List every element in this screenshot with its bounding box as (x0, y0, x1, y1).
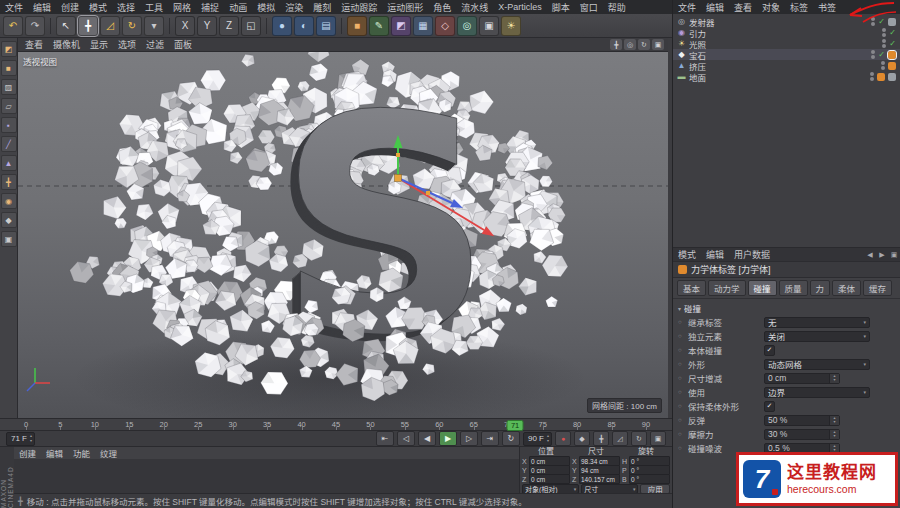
visibility-dots-5[interactable] (870, 72, 874, 81)
attr-select-0[interactable]: 无▾ (764, 317, 870, 328)
attribute-section-header[interactable]: ▾ 碰撞 (673, 299, 900, 315)
coord-field-0-2[interactable]: 0 cm (529, 474, 570, 484)
attribute-tab-3[interactable]: 质量 (779, 280, 808, 296)
attr-anim-dot-3[interactable]: ○ (678, 361, 684, 367)
object-tag-5-1[interactable] (888, 73, 896, 81)
viewport-menu-2[interactable]: 显示 (85, 38, 113, 51)
main-menu-10[interactable]: 渲染 (280, 0, 308, 14)
axis-z-icon[interactable]: Z (219, 16, 239, 36)
attr-anim-dot-9[interactable]: ○ (678, 445, 684, 451)
material-menu-3[interactable]: 纹理 (95, 447, 122, 459)
goto-end-button[interactable]: ⇥ (481, 431, 499, 446)
polygon-mode-icon[interactable]: ▲ (1, 155, 17, 171)
main-menu-0[interactable]: 文件 (0, 0, 28, 14)
end-frame-field-stepper[interactable]: ▴▾ (547, 434, 549, 443)
viewport-menu-1[interactable]: 摄像机 (48, 38, 85, 51)
main-menu-16[interactable]: X-Particles (493, 0, 547, 14)
attr-anim-dot-6[interactable]: ○ (678, 403, 684, 409)
visibility-dot-bottom-0[interactable] (871, 22, 875, 26)
point-mode-icon[interactable]: ▪ (1, 117, 17, 133)
render-view-icon[interactable]: ● (272, 16, 292, 36)
attr-stepper-7[interactable]: ▴▾ (829, 416, 839, 425)
main-menu-7[interactable]: 捕捉 (196, 0, 224, 14)
attr-anim-dot-1[interactable]: ○ (678, 333, 684, 339)
main-menu-8[interactable]: 动画 (224, 0, 252, 14)
main-menu-4[interactable]: 选择 (112, 0, 140, 14)
attr-anim-dot-5[interactable]: ○ (678, 389, 684, 395)
object-row-0[interactable]: ◎发射器✓ (673, 16, 900, 27)
camera-zoom-icon[interactable]: ◎ (624, 39, 636, 50)
object-row-5[interactable]: ▬地面 (673, 71, 900, 82)
redo-icon[interactable]: ↷ (25, 16, 45, 36)
object-manager-menu-2[interactable]: 查看 (729, 0, 757, 14)
enabled-check-2[interactable]: ✓ (889, 39, 896, 48)
spline-pen-icon[interactable]: ✎ (369, 16, 389, 36)
visibility-dots-1[interactable] (882, 28, 886, 37)
undo-icon[interactable]: ↶ (3, 16, 23, 36)
convert-object-icon[interactable]: ◩ (1, 41, 17, 57)
material-menu-1[interactable]: 编辑 (41, 447, 68, 459)
record-button[interactable]: ● (555, 431, 571, 446)
material-menu-2[interactable]: 功能 (68, 447, 95, 459)
object-manager-menu-1[interactable]: 编辑 (701, 0, 729, 14)
object-row-3[interactable]: ◆宝石✓ (673, 49, 900, 60)
field-icon[interactable]: ◎ (457, 16, 477, 36)
attr-anim-dot-8[interactable]: ○ (678, 431, 684, 437)
visibility-dot-top-0[interactable] (871, 17, 875, 21)
edge-mode-icon[interactable]: ╱ (1, 136, 17, 152)
snap-icon[interactable]: ◉ (1, 193, 17, 209)
timeline-ruler[interactable]: 05101520253035404550556065707580859071 (0, 418, 672, 431)
current-frame-field[interactable]: 71 F▴▾ (6, 432, 35, 446)
visibility-dot-bottom-3[interactable] (871, 55, 875, 59)
prev-key-button[interactable]: ◁ (397, 431, 415, 446)
attr-anim-dot-2[interactable]: ○ (678, 347, 684, 353)
attr-number-7[interactable]: 50 %▴▾ (764, 415, 840, 426)
attribute-menu-1[interactable]: 编辑 (701, 248, 729, 261)
visibility-dot-bottom-4[interactable] (881, 66, 885, 70)
visibility-dot-top-2[interactable] (882, 39, 886, 43)
main-menu-9[interactable]: 模拟 (252, 0, 280, 14)
next-frame-button[interactable]: ▷ (460, 431, 478, 446)
light-icon[interactable]: ☀ (501, 16, 521, 36)
visibility-dot-top-4[interactable] (881, 61, 885, 65)
attr-anim-dot-4[interactable]: ○ (678, 375, 684, 381)
attribute-menu-0[interactable]: 模式 (673, 248, 701, 261)
move-icon[interactable]: ╋ (78, 16, 98, 36)
axis-y-icon[interactable]: Y (197, 16, 217, 36)
attribute-tab-5[interactable]: 柔体 (832, 280, 861, 296)
main-menu-2[interactable]: 创建 (56, 0, 84, 14)
history-back-icon[interactable]: ◀ (864, 248, 876, 261)
quantize-icon[interactable]: ◆ (1, 212, 17, 228)
coord-field-2-2[interactable]: 0 ° (629, 474, 670, 484)
autokey-button[interactable]: ▣ (650, 431, 666, 446)
object-manager-menu-0[interactable]: 文件 (673, 0, 701, 14)
texture-mode-icon[interactable]: ▨ (1, 79, 17, 95)
lock-icon[interactable]: ▣ (888, 248, 900, 261)
camera-rotate-icon[interactable]: ↻ (638, 39, 650, 50)
attr-anim-dot-0[interactable]: ○ (678, 319, 684, 325)
visibility-dot-bottom-5[interactable] (870, 77, 874, 81)
attribute-tab-0[interactable]: 基本 (677, 280, 706, 296)
viewport-menu-4[interactable]: 过滤 (141, 38, 169, 51)
object-manager-tree[interactable]: ◎发射器✓◉引力✓☀光照✓◆宝石✓▲挤压▬地面 (673, 14, 900, 248)
workplane-lock-icon[interactable]: ▣ (1, 231, 17, 247)
camera-icon[interactable]: ▣ (479, 16, 499, 36)
visibility-dot-top-1[interactable] (882, 28, 886, 32)
main-menu-6[interactable]: 网格 (168, 0, 196, 14)
visibility-dots-4[interactable] (881, 61, 885, 70)
object-manager-menu-3[interactable]: 对象 (757, 0, 785, 14)
visibility-dots-2[interactable] (882, 39, 886, 48)
main-menu-5[interactable]: 工具 (140, 0, 168, 14)
attribute-tab-2[interactable]: 碰撞 (748, 280, 777, 296)
main-menu-11[interactable]: 雕刻 (308, 0, 336, 14)
attr-select-5[interactable]: 边界▾ (764, 387, 870, 398)
object-tag-0-0[interactable] (888, 18, 896, 26)
attr-stepper-4[interactable]: ▴▾ (829, 374, 839, 383)
enabled-check-0[interactable]: ✓ (878, 17, 885, 26)
attribute-tab-4[interactable]: 力 (810, 280, 831, 296)
history-forward-icon[interactable]: ▶ (876, 248, 888, 261)
material-menu-0[interactable]: 创建 (14, 447, 41, 459)
model-mode-icon[interactable]: ■ (1, 60, 17, 76)
render-region-icon[interactable]: ◐ (294, 16, 314, 36)
play-button[interactable]: ▶ (439, 431, 457, 446)
